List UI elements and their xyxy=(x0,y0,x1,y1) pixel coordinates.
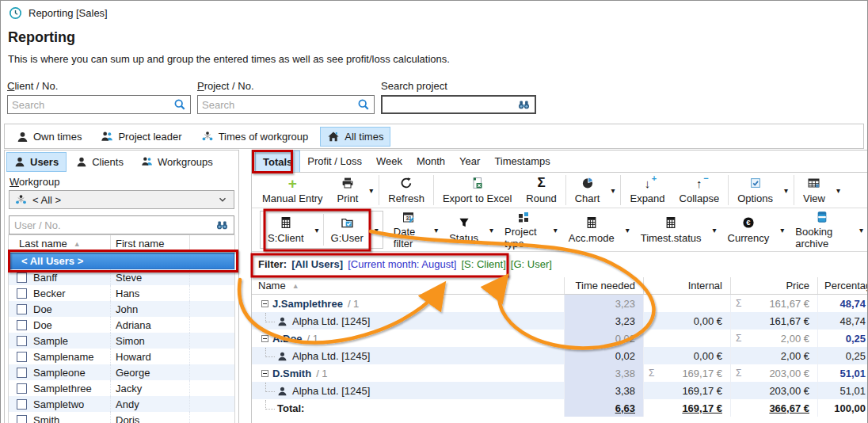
status-dropdown-arrow[interactable]: ▾ xyxy=(485,226,497,234)
currency-button[interactable]: Currency xyxy=(721,214,777,246)
table-row-group[interactable]: A.Doe/ 1 0,02 Σ2,00 € 0,25 xyxy=(252,330,867,347)
tab-profit-loss[interactable]: Profit / Loss xyxy=(300,151,369,172)
user-selection-panel: Users Clients Workgroups Workgroup < All… xyxy=(4,150,239,423)
tab-totals[interactable]: Totals xyxy=(255,151,300,172)
booking-archive-button[interactable]: Booking archive xyxy=(788,208,855,252)
acc-mode-button[interactable]: Acc.mode xyxy=(562,214,622,246)
user-row[interactable]: SamplethreeJacky xyxy=(9,380,234,396)
user-checkbox[interactable] xyxy=(17,288,27,299)
client-search-label: Client / No. xyxy=(7,80,191,92)
view-button[interactable]: View xyxy=(796,174,832,207)
user-checkbox[interactable] xyxy=(17,368,27,378)
tab-times-of-workgroup[interactable]: Times of workgroup xyxy=(194,127,316,147)
booking-archive-dropdown-arrow[interactable]: ▾ xyxy=(855,226,867,234)
project-type-button[interactable]: Project type xyxy=(497,208,550,252)
client-search-input[interactable]: Search xyxy=(7,95,191,114)
binoculars-icon[interactable] xyxy=(517,98,531,111)
tab-week[interactable]: Week xyxy=(369,151,409,172)
user-row[interactable]: SmithDoris xyxy=(9,412,234,423)
user-row[interactable]: SamplenameHoward xyxy=(9,349,234,364)
print-dropdown-arrow[interactable]: ▾ xyxy=(365,186,377,195)
user-checkbox[interactable] xyxy=(17,320,27,330)
table-row-child[interactable]: Alpha Ltd. [1245] 0,02 0,00 € 2,00 € 0,2… xyxy=(252,347,867,364)
user-row[interactable]: SampleSimon xyxy=(9,333,234,349)
column-header-first-name[interactable]: First name xyxy=(110,235,189,252)
funnel-icon xyxy=(458,216,470,229)
project-search-label: Project / No. xyxy=(197,80,375,92)
column-header-price[interactable]: Price xyxy=(730,277,817,294)
user-checkbox[interactable] xyxy=(17,304,27,314)
user-row[interactable]: BanffSteve xyxy=(9,269,234,285)
group-user-dropdown-arrow[interactable]: ▾ xyxy=(371,226,383,234)
user-row[interactable]: SampleoneGeorge xyxy=(9,364,234,380)
status-button[interactable]: Status xyxy=(442,214,485,246)
print-button[interactable]: Print xyxy=(330,174,366,207)
timest-status-button[interactable]: Timest.status xyxy=(634,214,709,246)
expand-button[interactable]: ↓+ Expand xyxy=(622,174,672,207)
tab-timestamps[interactable]: Timestamps xyxy=(487,151,557,172)
user-checkbox[interactable] xyxy=(17,336,27,346)
window-title: Reporting [Sales] xyxy=(29,7,108,19)
table-row-child[interactable]: Alpha Ltd. [1245] 3,38 169,17 € 203,00 €… xyxy=(252,382,867,399)
sort-group-buttons: S:Client ▾ G:User ▾ xyxy=(260,211,383,249)
user-row[interactable]: SampletwoAndy xyxy=(9,396,234,412)
user-row[interactable]: DoeJohn xyxy=(9,301,234,317)
chevron-down-icon[interactable] xyxy=(217,194,228,205)
user-search-input[interactable]: User / No. xyxy=(9,215,234,234)
user-row[interactable]: DoeAdriana xyxy=(9,317,234,333)
round-button[interactable]: Σ Round xyxy=(519,174,563,207)
tab-own-times[interactable]: Own times xyxy=(10,127,89,147)
column-header-internal[interactable]: Internal xyxy=(643,277,730,294)
column-header-last-name[interactable]: Last name ▲ xyxy=(9,238,110,250)
column-header-name[interactable]: Name ▲ xyxy=(252,277,564,294)
all-users-row[interactable]: < All Users > xyxy=(9,253,234,269)
view-dropdown-arrow[interactable]: ▾ xyxy=(832,186,844,195)
person-icon xyxy=(277,351,287,361)
currency-dropdown-arrow[interactable]: ▾ xyxy=(776,226,788,234)
column-header-time-needed[interactable]: Time needed xyxy=(564,277,643,294)
column-header-percentage[interactable]: Percentage xyxy=(817,277,867,294)
tab-all-times[interactable]: All times xyxy=(320,127,390,147)
tab-users[interactable]: Users xyxy=(6,152,67,172)
chart-button[interactable]: Chart xyxy=(568,174,607,207)
options-button[interactable]: Options xyxy=(730,174,780,207)
project-search-input[interactable]: Search xyxy=(197,95,375,114)
collapse-expander-icon[interactable] xyxy=(261,370,268,377)
collapse-expander-icon[interactable] xyxy=(261,300,268,307)
user-checkbox[interactable] xyxy=(17,272,27,283)
collapse-button[interactable]: ↑− Collapse xyxy=(672,174,727,207)
date-filter-button[interactable]: Date filter xyxy=(386,208,430,252)
title-bar: Reporting [Sales] xyxy=(1,1,867,25)
tab-month[interactable]: Month xyxy=(409,151,452,172)
tab-workgroups[interactable]: Workgroups xyxy=(133,152,221,172)
workgroup-dropdown[interactable]: < All > xyxy=(9,190,234,209)
magnifier-icon[interactable] xyxy=(357,98,370,111)
acc-mode-dropdown-arrow[interactable]: ▾ xyxy=(622,226,634,234)
binoculars-icon[interactable] xyxy=(215,219,229,231)
table-row-child[interactable]: Alpha Ltd. [1245] 3,23 0,00 € 161,67 € 4… xyxy=(252,312,867,330)
table-row-group[interactable]: J.Samplethree/ 1 3,23 Σ161,67 € 48,74 xyxy=(252,295,867,312)
options-dropdown-arrow[interactable]: ▾ xyxy=(780,186,792,195)
user-checkbox[interactable] xyxy=(17,399,27,410)
project-type-dropdown-arrow[interactable]: ▾ xyxy=(550,226,562,234)
user-checkbox[interactable] xyxy=(17,415,27,423)
sort-client-button[interactable]: S:Client xyxy=(261,214,311,246)
tab-project-leader[interactable]: Project leader xyxy=(93,127,188,147)
manual-entry-button[interactable]: + Manual Entry xyxy=(255,174,330,207)
tab-clients[interactable]: Clients xyxy=(68,152,131,172)
tab-year[interactable]: Year xyxy=(452,151,487,172)
magnifier-icon[interactable] xyxy=(173,98,186,111)
sort-client-dropdown-arrow[interactable]: ▾ xyxy=(311,226,323,234)
table-row-group[interactable]: D.Smith/ 1 3,38 Σ169,17 € Σ203,00 € 51,0… xyxy=(252,364,867,382)
chart-dropdown-arrow[interactable]: ▾ xyxy=(607,186,619,195)
group-user-button[interactable]: G:User xyxy=(324,214,371,246)
user-checkbox[interactable] xyxy=(17,352,27,362)
user-checkbox[interactable] xyxy=(17,383,27,394)
export-to-excel-button[interactable]: Export to Excel xyxy=(436,174,519,207)
timest-status-dropdown-arrow[interactable]: ▾ xyxy=(709,226,721,234)
refresh-button[interactable]: Refresh xyxy=(381,174,432,207)
search-project-input[interactable] xyxy=(381,95,536,114)
date-filter-dropdown-arrow[interactable]: ▾ xyxy=(430,226,442,234)
user-row[interactable]: BeckerHans xyxy=(9,285,234,301)
collapse-expander-icon[interactable] xyxy=(261,335,268,342)
